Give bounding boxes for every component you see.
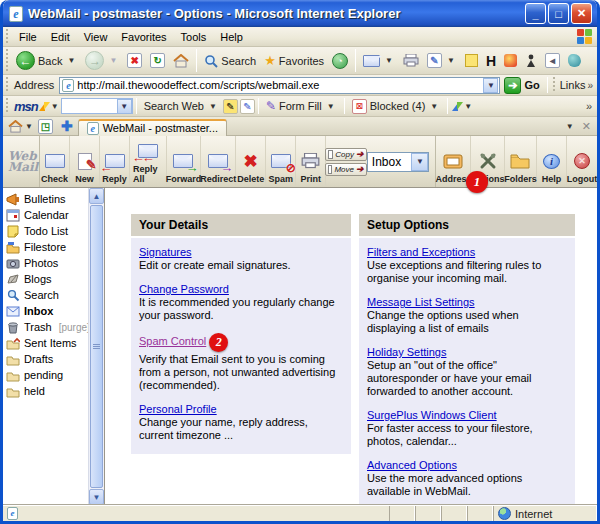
mail-button[interactable]: ▼ xyxy=(359,54,399,68)
h-toolbar-button[interactable]: H xyxy=(482,52,500,70)
personal-profile-link[interactable]: Personal Profile xyxy=(139,403,217,415)
toolbar-grip[interactable] xyxy=(552,77,557,93)
message-list-settings-link[interactable]: Message List Settings xyxy=(367,296,475,308)
sidebar-item-trash[interactable]: Trash [purge] xyxy=(6,319,88,335)
check-button[interactable]: Check xyxy=(40,136,70,187)
tab-list-dropdown-icon[interactable]: ▼ xyxy=(566,122,574,131)
home-button[interactable] xyxy=(169,53,193,69)
links-label[interactable]: Links xyxy=(560,79,588,91)
messenger-butterfly-icon[interactable] xyxy=(452,102,462,111)
minimize-button[interactable]: _ xyxy=(525,3,546,24)
folder-select[interactable]: Inbox ▼ xyxy=(367,152,430,172)
close-button[interactable]: ✕ xyxy=(571,3,592,24)
sidebar-item-filestore[interactable]: Filestore xyxy=(6,239,88,255)
msn-dropdown-icon[interactable]: ▼ xyxy=(51,102,59,111)
trash-purge-link[interactable]: [purge] xyxy=(59,322,90,333)
sidebar-item-photos[interactable]: Photos xyxy=(6,255,88,271)
address-dropdown-icon[interactable]: ▼ xyxy=(483,78,498,93)
aim-button[interactable] xyxy=(521,53,541,69)
sidebar-item-calendar[interactable]: Calendar xyxy=(6,207,88,223)
forward-button-mail[interactable]: → Forward xyxy=(167,136,202,187)
favorites-button[interactable]: ★ Favorites xyxy=(260,52,328,69)
scrollbar-thumb[interactable] xyxy=(90,205,103,488)
back-button[interactable]: ← Back ▼ xyxy=(12,50,81,71)
stop-button[interactable]: ✖ xyxy=(123,52,146,69)
delete-button[interactable]: ✖ Delete xyxy=(236,136,266,187)
toolbar-grip[interactable] xyxy=(4,29,9,44)
back-dropdown-icon[interactable]: ▼ xyxy=(67,56,75,65)
sidebar-item-held[interactable]: held xyxy=(6,383,88,399)
edit-button[interactable]: ✎ ▼ xyxy=(423,52,461,69)
toolbar-grip[interactable] xyxy=(4,49,9,72)
sticky-note-button[interactable] xyxy=(461,53,482,68)
sidebar-item-inbox[interactable]: Inbox xyxy=(6,303,88,319)
sidebar-item-todo-list[interactable]: Todo List xyxy=(6,223,88,239)
menu-edit[interactable]: Edit xyxy=(44,29,77,45)
spam-control-link[interactable]: Spam Control xyxy=(139,335,206,347)
url-text[interactable]: http://mail.thewoodeffect.com/scripts/we… xyxy=(77,79,483,91)
menu-help[interactable]: Help xyxy=(213,29,250,45)
sidebar-item-sent-items[interactable]: Sent Items xyxy=(6,335,88,351)
messenger-button[interactable] xyxy=(500,53,521,68)
search-button[interactable]: Search xyxy=(200,53,260,69)
research-button[interactable]: ◂ xyxy=(541,52,564,69)
form-fill-button[interactable]: ✎ Form Fill ▼ xyxy=(262,98,341,114)
edit-dropdown-icon[interactable]: ▼ xyxy=(447,56,455,65)
redirect-button[interactable]: → Redirect xyxy=(201,136,236,187)
address-input[interactable]: e http://mail.thewoodeffect.com/scripts/… xyxy=(59,77,500,94)
toolbar-grip[interactable] xyxy=(4,77,9,93)
scroll-down-icon[interactable]: ▼ xyxy=(89,489,104,505)
sidebar-item-blogs[interactable]: Blogs xyxy=(6,271,88,287)
menu-favorites[interactable]: Favorites xyxy=(114,29,173,45)
reply-all-button[interactable]: ←← Reply All xyxy=(130,136,167,187)
surgeplus-client-link[interactable]: SurgePlus Windows Client xyxy=(367,409,497,421)
sidebar-item-pending[interactable]: pending xyxy=(6,367,88,383)
logout-button[interactable]: ✕ Logout xyxy=(567,136,597,187)
advanced-options-link[interactable]: Advanced Options xyxy=(367,459,457,471)
print-button[interactable] xyxy=(399,53,423,68)
new-tab-icon[interactable]: ✚ xyxy=(61,118,73,134)
refresh-button[interactable]: ↻ xyxy=(146,52,169,69)
folder-select-dropdown-icon[interactable]: ▼ xyxy=(411,153,428,171)
links-chevron-icon[interactable]: » xyxy=(587,80,597,91)
search-web-button[interactable]: Search Web ▼ xyxy=(140,99,223,113)
highlight-icon[interactable]: ✎ xyxy=(223,99,238,114)
sidebar-item-drafts[interactable]: Drafts xyxy=(6,351,88,367)
holiday-settings-link[interactable]: Holiday Settings xyxy=(367,346,447,358)
toolbar-overflow-icon[interactable]: » xyxy=(586,100,597,112)
popup-blocked-button[interactable]: ⊠ Blocked (4) ▼ xyxy=(348,98,445,115)
tabrow-close-icon[interactable]: ✕ xyxy=(582,120,591,133)
copy-button[interactable]: Copy ➔ xyxy=(325,148,367,161)
help-button[interactable]: i Help xyxy=(537,136,567,187)
menu-file[interactable]: File xyxy=(12,29,44,45)
menu-tools[interactable]: Tools xyxy=(174,29,214,45)
msn-search-input[interactable]: ▼ xyxy=(61,98,133,114)
spam-button[interactable]: ⊘ Spam xyxy=(266,136,296,187)
filters-exceptions-link[interactable]: Filters and Exceptions xyxy=(367,246,475,258)
tab-home-icon[interactable] xyxy=(8,120,23,133)
misc-tool-button[interactable] xyxy=(564,53,585,68)
tab-home-dropdown-icon[interactable]: ▼ xyxy=(25,122,33,131)
sidebar-item-bulletins[interactable]: Bulletins xyxy=(6,191,88,207)
mail-dropdown-icon[interactable]: ▼ xyxy=(385,56,393,65)
change-password-link[interactable]: Change Password xyxy=(139,283,229,295)
go-button[interactable]: ➔ Go xyxy=(504,77,539,94)
forward-button[interactable]: → ▼ xyxy=(81,50,123,71)
sidebar-item-search[interactable]: Search xyxy=(6,287,88,303)
toolbar-grip[interactable] xyxy=(4,98,9,114)
quick-tabs-icon[interactable]: ◳ xyxy=(38,119,53,134)
move-button[interactable]: Move ➔ xyxy=(325,163,367,176)
highlight-word-icon[interactable]: ✎ xyxy=(240,99,255,114)
msn-search-dropdown-icon[interactable]: ▼ xyxy=(117,99,132,114)
scroll-up-icon[interactable]: ▲ xyxy=(89,188,104,204)
menu-view[interactable]: View xyxy=(77,29,115,45)
resize-grip[interactable] xyxy=(585,509,595,519)
msn-logo[interactable]: msn xyxy=(12,99,38,114)
folders-button[interactable]: Folders xyxy=(505,136,537,187)
sidebar-scrollbar[interactable]: ▲ ▼ xyxy=(88,188,104,505)
tab-webmail[interactable]: e WebMail - postmaster... xyxy=(78,119,227,136)
reply-button[interactable]: ← Reply xyxy=(100,136,130,187)
maximize-button[interactable]: □ xyxy=(548,3,569,24)
signatures-link[interactable]: Signatures xyxy=(139,246,192,258)
print-button-mail[interactable]: Print xyxy=(296,136,326,187)
